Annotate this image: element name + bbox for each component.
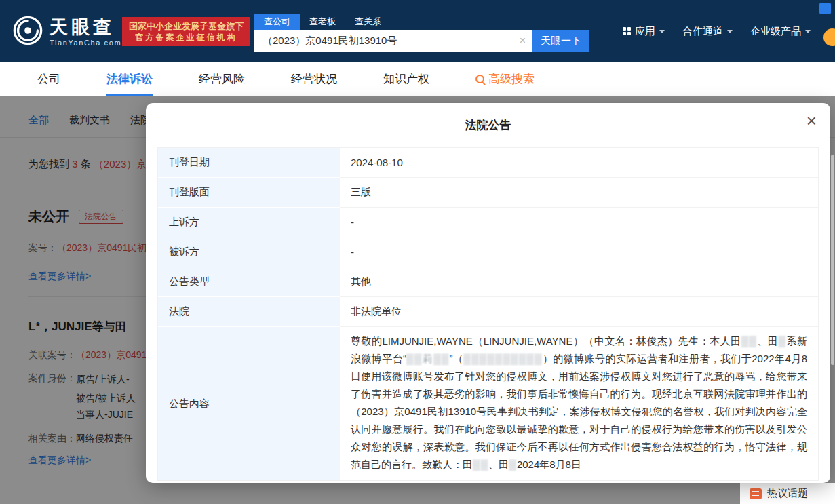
nav-business-status[interactable]: 经营状况 xyxy=(291,62,337,96)
hot-topics-icon xyxy=(750,488,762,499)
publish-page-label: 刊登版面 xyxy=(158,178,340,208)
brand-name: 天眼查 xyxy=(50,17,121,37)
announcement-type-value: 其他 xyxy=(340,267,818,297)
search-tab-relation[interactable]: 查关系 xyxy=(345,14,391,30)
brand-logo[interactable]: 天眼查 TianYanCha.com xyxy=(12,15,121,49)
table-row: 公告内容 尊敬的LIMJUNJIE,WAYNE（LINJUNJIE,WAYNE）… xyxy=(158,327,818,480)
tianyancha-logo-icon xyxy=(12,15,43,49)
court-announcement-modal: 法院公告 × 刊登日期 2024-08-10 刊登版面 三版 上诉方 - 被诉方… xyxy=(146,103,830,483)
nav-advanced-search[interactable]: 高级搜索 xyxy=(475,62,535,96)
cert-badge-line1: 国家中小企业发展子基金旗下 xyxy=(129,20,244,32)
publish-page-value: 三版 xyxy=(340,178,818,208)
caret-down-icon xyxy=(805,30,811,33)
court-label: 法院 xyxy=(158,297,340,327)
hot-topics-panel[interactable]: 热议话题 xyxy=(740,483,835,504)
table-row: 法院 非法院单位 xyxy=(158,297,818,327)
search-area: 查公司 查老板 查关系 × 天眼一下 xyxy=(254,14,589,52)
nav-intellectual-property[interactable]: 知识产权 xyxy=(383,62,429,96)
brand-domain: TianYanCha.com xyxy=(50,39,121,47)
publish-date-value: 2024-08-10 xyxy=(340,148,818,178)
scrollbar[interactable] xyxy=(831,155,834,365)
search-tabs: 查公司 查老板 查关系 xyxy=(254,14,589,30)
cert-badge: 国家中小企业发展子基金旗下 官方备案企业征信机构 xyxy=(122,17,250,46)
menu-partner-channel-label: 合作通道 xyxy=(682,25,723,38)
table-row: 刊登版面 三版 xyxy=(158,178,818,208)
publish-date-label: 刊登日期 xyxy=(158,148,340,178)
nav-company[interactable]: 公司 xyxy=(37,62,60,96)
table-row: 上诉方 - xyxy=(158,208,818,237)
caret-down-icon xyxy=(727,30,733,33)
promo-icon[interactable] xyxy=(823,28,835,46)
table-row: 刊登日期 2024-08-10 xyxy=(158,148,818,178)
modal-title: 法院公告 xyxy=(146,103,830,133)
appellant-label: 上诉方 xyxy=(158,208,340,237)
appellee-label: 被诉方 xyxy=(158,237,340,267)
advanced-search-icon xyxy=(475,75,484,83)
menu-enterprise-products[interactable]: 企业级产品 xyxy=(750,25,811,38)
announcement-content-label: 公告内容 xyxy=(158,327,340,480)
appellee-value: - xyxy=(340,237,818,267)
announcement-type-label: 公告类型 xyxy=(158,267,340,297)
apps-grid-icon xyxy=(623,27,631,35)
corner-widget-icon[interactable] xyxy=(819,3,831,14)
main-nav: 公司 法律诉讼 经营风险 经营状况 知识产权 高级搜索 xyxy=(0,62,835,96)
menu-enterprise-products-label: 企业级产品 xyxy=(750,25,801,38)
caret-down-icon xyxy=(659,30,665,33)
menu-apps[interactable]: 应用 xyxy=(623,25,665,38)
hot-topics-label: 热议话题 xyxy=(767,487,808,500)
search-input[interactable] xyxy=(254,30,532,52)
close-icon[interactable]: × xyxy=(807,112,817,130)
header: 天眼查 TianYanCha.com 国家中小企业发展子基金旗下 官方备案企业征… xyxy=(0,0,835,62)
cert-badge-line2: 官方备案企业征信机构 xyxy=(129,32,244,43)
search-button[interactable]: 天眼一下 xyxy=(532,30,589,52)
nav-business-risk[interactable]: 经营风险 xyxy=(199,62,245,96)
clear-search-icon[interactable]: × xyxy=(520,35,526,47)
court-value: 非法院单位 xyxy=(340,297,818,327)
menu-apps-label: 应用 xyxy=(635,25,655,38)
announcement-content: 尊敬的LIMJUNJIE,WAYNE（LINJUNJIE,WAYNE）（中文名：… xyxy=(340,327,818,480)
table-row: 被诉方 - xyxy=(158,237,818,267)
table-row: 公告类型 其他 xyxy=(158,267,818,297)
search-tab-boss[interactable]: 查老板 xyxy=(300,14,345,30)
nav-legal-proceedings[interactable]: 法律诉讼 xyxy=(106,62,153,96)
nav-advanced-search-label: 高级搜索 xyxy=(488,71,535,87)
announcement-table: 刊登日期 2024-08-10 刊登版面 三版 上诉方 - 被诉方 - 公告类型… xyxy=(157,147,819,481)
menu-partner-channel[interactable]: 合作通道 xyxy=(682,25,733,38)
appellant-value: - xyxy=(340,208,818,237)
header-menu: 应用 合作通道 企业级产品 xyxy=(623,0,811,62)
search-tab-company[interactable]: 查公司 xyxy=(254,14,300,30)
page: 天眼查 TianYanCha.com 国家中小企业发展子基金旗下 官方备案企业征… xyxy=(0,0,835,504)
